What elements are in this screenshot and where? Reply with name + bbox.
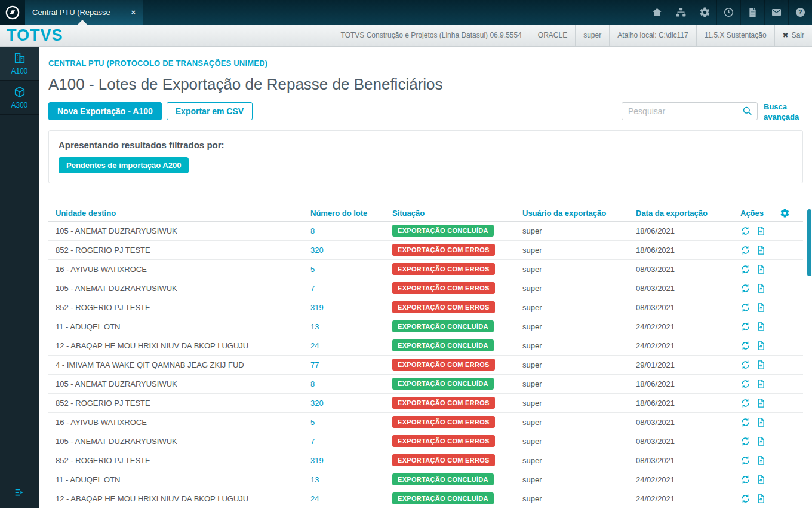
export-file-icon[interactable]	[756, 417, 766, 427]
unit-cell: 852 - ROGERIO PJ TESTE	[48, 399, 310, 408]
user-cell: super	[522, 303, 636, 312]
content-shell: A100 A300 CENTRAL PTU (PROTOCOLO DE TRAN…	[0, 47, 812, 508]
lot-number-link[interactable]: 8	[310, 227, 315, 235]
reprocess-icon[interactable]	[740, 283, 751, 293]
help-icon[interactable]: ?	[788, 0, 812, 25]
sidebar-item-a300[interactable]: A300	[0, 81, 39, 115]
export-file-icon[interactable]	[756, 245, 766, 255]
breadcrumb: CENTRAL PTU (PROTOCOLO DE TRANSAÇÕES UNI…	[48, 59, 803, 68]
reprocess-icon[interactable]	[740, 341, 751, 351]
document-icon[interactable]	[740, 0, 764, 25]
lot-number-link[interactable]: 319	[310, 303, 324, 312]
gear-icon[interactable]	[693, 0, 716, 25]
reprocess-icon[interactable]	[740, 455, 751, 466]
totvs-logo-icon	[5, 5, 20, 20]
lot-number-link[interactable]: 319	[310, 456, 324, 465]
export-file-icon[interactable]	[756, 455, 766, 466]
sitemap-icon[interactable]	[669, 0, 693, 25]
header-data-exportacao[interactable]: Data da exportação	[636, 209, 740, 218]
date-cell: 18/06/2021	[636, 246, 740, 255]
export-file-icon[interactable]	[756, 360, 766, 370]
export-file-icon[interactable]	[756, 302, 766, 313]
home-icon[interactable]	[645, 0, 669, 25]
export-file-icon[interactable]	[756, 436, 766, 446]
header-unidade-destino[interactable]: Unidade destino	[48, 209, 310, 218]
date-cell: 18/06/2021	[636, 227, 740, 235]
reprocess-icon[interactable]	[740, 417, 751, 427]
status-badge: EXPORTAÇÃO CONCLUÍDA	[392, 339, 494, 351]
tab-central-ptu[interactable]: Central PTU (Repasse ×	[25, 0, 143, 25]
lot-number-link[interactable]: 8	[310, 380, 315, 388]
menu-expand-icon[interactable]	[0, 477, 39, 508]
new-export-button[interactable]: Nova Exportação - A100	[48, 102, 162, 120]
export-file-icon[interactable]	[756, 494, 766, 504]
filter-chip[interactable]: Pendentes de importação A200	[59, 157, 189, 173]
reprocess-icon[interactable]	[740, 436, 751, 446]
advanced-search-link[interactable]: Busca avançada	[764, 102, 803, 123]
export-lots-table: Unidade destino Número do lote Situação …	[48, 205, 803, 508]
export-file-icon[interactable]	[756, 264, 766, 274]
tab-close-icon[interactable]: ×	[126, 8, 136, 17]
reprocess-icon[interactable]	[740, 494, 751, 504]
lot-number-link[interactable]: 24	[310, 494, 319, 503]
cube-icon	[13, 85, 26, 99]
unit-cell: 105 - ANEMAT DUZRARYUSIWUK	[48, 284, 310, 293]
table-row: 852 - ROGERIO PJ TESTE 319 EXPORTAÇÃO CO…	[48, 298, 803, 317]
reprocess-icon[interactable]	[740, 322, 751, 332]
reprocess-icon[interactable]	[740, 302, 751, 313]
table-row: 852 - ROGERIO PJ TESTE 319 EXPORTAÇÃO CO…	[48, 451, 803, 470]
header-numero-do-lote[interactable]: Número do lote	[310, 209, 392, 218]
environment-shortcut: Atalho local: C:\dlc117	[609, 25, 696, 46]
reprocess-icon[interactable]	[740, 360, 751, 370]
table-body: 105 - ANEMAT DUZRARYUSIWUK 8 EXPORTAÇÃO …	[48, 222, 803, 508]
lot-number-link[interactable]: 77	[310, 360, 319, 369]
reprocess-icon[interactable]	[740, 245, 751, 255]
lot-number-link[interactable]: 13	[310, 475, 319, 484]
lot-number-link[interactable]: 320	[310, 399, 324, 408]
user-cell: super	[522, 494, 636, 503]
export-file-icon[interactable]	[756, 341, 766, 351]
sidebar-item-a100[interactable]: A100	[0, 47, 39, 81]
export-file-icon[interactable]	[756, 475, 766, 485]
clock-icon[interactable]	[716, 0, 740, 25]
column-settings-gear-icon[interactable]	[780, 208, 790, 218]
reprocess-icon[interactable]	[740, 226, 751, 236]
lot-number-link[interactable]: 5	[310, 265, 315, 274]
sidebar-item-label: A300	[11, 101, 27, 109]
table-header-row: Unidade destino Número do lote Situação …	[48, 205, 803, 222]
export-file-icon[interactable]	[756, 226, 766, 236]
table-row: 16 - AYIVUB WATIXROCE 5 EXPORTAÇÃO COM E…	[48, 413, 803, 432]
svg-text:?: ?	[798, 9, 802, 16]
status-badge: EXPORTAÇÃO COM ERROS	[392, 435, 495, 447]
export-file-icon[interactable]	[756, 379, 766, 389]
lot-number-link[interactable]: 7	[310, 437, 315, 446]
totvs-logo[interactable]	[0, 0, 25, 25]
mail-icon[interactable]	[764, 0, 788, 25]
export-file-icon[interactable]	[756, 322, 766, 332]
reprocess-icon[interactable]	[740, 398, 751, 408]
header-usuario-exportacao[interactable]: Usuário da exportação	[522, 209, 636, 218]
reprocess-icon[interactable]	[740, 379, 751, 389]
sidebar: A100 A300	[0, 47, 39, 508]
unit-cell: 11 - ADUQEL OTN	[48, 322, 310, 331]
export-file-icon[interactable]	[756, 283, 766, 293]
unit-cell: 16 - AYIVUB WATIXROCE	[48, 418, 310, 427]
lot-number-link[interactable]: 24	[310, 341, 319, 350]
user-cell: super	[522, 456, 636, 465]
lot-number-link[interactable]: 13	[310, 322, 319, 331]
reprocess-icon[interactable]	[740, 475, 751, 485]
search-input[interactable]	[622, 102, 758, 120]
export-file-icon[interactable]	[756, 398, 766, 408]
date-cell: 24/02/2021	[636, 322, 740, 331]
reprocess-icon[interactable]	[740, 264, 751, 274]
search-icon[interactable]	[742, 105, 753, 119]
lot-number-link[interactable]: 320	[310, 246, 324, 255]
environment-version: 11.5.X Sustentação	[696, 25, 774, 46]
logout-button[interactable]: ✖ Sair	[774, 25, 812, 46]
vertical-scrollbar-thumb[interactable]	[807, 209, 811, 276]
lot-number-link[interactable]: 5	[310, 418, 315, 427]
lot-number-link[interactable]: 7	[310, 284, 315, 293]
unit-cell: 11 - ADUQEL OTN	[48, 475, 310, 484]
export-csv-button[interactable]: Exportar em CSV	[167, 102, 253, 120]
header-situacao[interactable]: Situação	[392, 209, 522, 218]
